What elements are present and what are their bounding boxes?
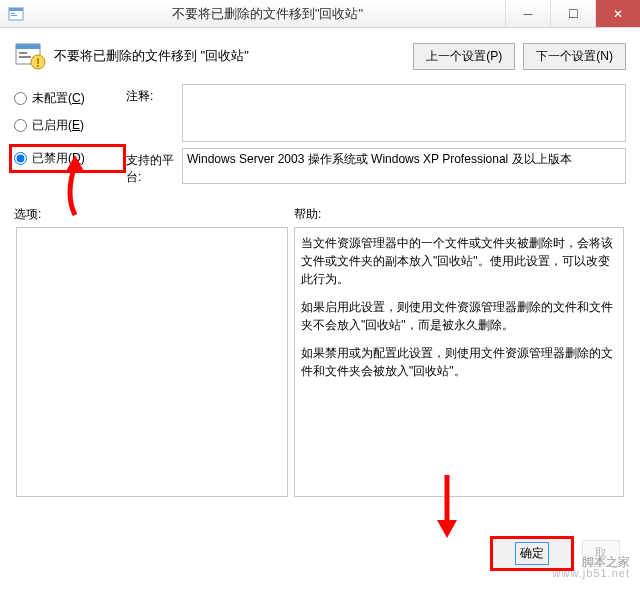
form-area: 未配置(C) 已启用(E) 已禁用(D) 注释: 支持的平台: Windows … (14, 84, 626, 192)
dialog-content: 不要将已删除的文件移到 "回收站" 上一个设置(P) 下一个设置(N) 未配置(… (0, 28, 640, 509)
svg-rect-6 (19, 52, 27, 54)
policy-icon (14, 40, 46, 72)
lower-labels: 选项: 帮助: (14, 206, 626, 223)
radio-not-configured-input[interactable] (14, 92, 27, 105)
radio-disabled-input[interactable] (14, 152, 27, 165)
minimize-button[interactable]: ─ (505, 0, 550, 27)
window-title: 不要将已删除的文件移到"回收站" (30, 5, 505, 23)
footer-buttons: 确定 取 (490, 536, 620, 571)
header-row: 不要将已删除的文件移到 "回收站" 上一个设置(P) 下一个设置(N) (14, 40, 626, 72)
prev-setting-button[interactable]: 上一个设置(P) (413, 43, 515, 70)
help-para-2: 如果启用此设置，则使用文件资源管理器删除的文件和文件夹不会放入"回收站"，而是被… (301, 298, 617, 334)
comment-input[interactable] (182, 84, 626, 142)
radio-disabled[interactable]: 已禁用(D) (14, 150, 121, 167)
next-setting-button[interactable]: 下一个设置(N) (523, 43, 626, 70)
help-label: 帮助: (294, 206, 321, 223)
highlight-disabled: 已禁用(D) (9, 144, 126, 173)
svg-rect-9 (37, 58, 39, 64)
radio-group: 未配置(C) 已启用(E) 已禁用(D) (14, 84, 126, 192)
svg-rect-3 (11, 15, 17, 16)
radio-enabled-input[interactable] (14, 119, 27, 132)
svg-rect-7 (19, 56, 31, 58)
options-pane (16, 227, 288, 497)
window-buttons: ─ ☐ ✕ (505, 0, 640, 27)
svg-marker-13 (437, 520, 457, 538)
svg-rect-5 (16, 44, 40, 49)
titlebar: 不要将已删除的文件移到"回收站" ─ ☐ ✕ (0, 0, 640, 28)
help-para-1: 当文件资源管理器中的一个文件或文件夹被删除时，会将该文件或文件夹的副本放入"回收… (301, 234, 617, 288)
platform-box: Windows Server 2003 操作系统或 Windows XP Pro… (182, 148, 626, 184)
maximize-button[interactable]: ☐ (550, 0, 595, 27)
svg-rect-2 (11, 13, 15, 14)
help-para-3: 如果禁用或为配置此设置，则使用文件资源管理器删除的文件和文件夹会被放入"回收站"… (301, 344, 617, 380)
svg-rect-1 (9, 8, 23, 11)
fields: 注释: 支持的平台: Windows Server 2003 操作系统或 Win… (126, 84, 626, 192)
policy-title: 不要将已删除的文件移到 "回收站" (54, 47, 413, 65)
close-button[interactable]: ✕ (595, 0, 640, 27)
svg-rect-10 (37, 65, 39, 67)
panes: 当文件资源管理器中的一个文件或文件夹被删除时，会将该文件或文件夹的副本放入"回收… (14, 227, 626, 497)
cancel-button[interactable]: 取 (582, 540, 620, 567)
platform-label: 支持的平台: (126, 148, 182, 186)
comment-label: 注释: (126, 84, 182, 142)
window-icon (8, 6, 24, 22)
help-pane: 当文件资源管理器中的一个文件或文件夹被删除时，会将该文件或文件夹的副本放入"回收… (294, 227, 624, 497)
options-label: 选项: (14, 206, 294, 223)
radio-not-configured[interactable]: 未配置(C) (14, 90, 126, 107)
radio-enabled[interactable]: 已启用(E) (14, 117, 126, 134)
ok-button[interactable]: 确定 (490, 536, 574, 571)
